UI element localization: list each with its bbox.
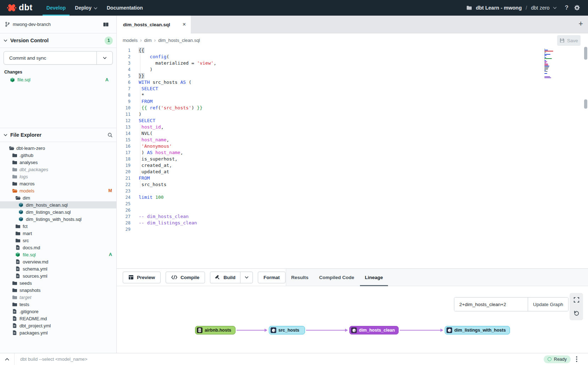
tree-item--github[interactable]: .github	[0, 152, 116, 159]
minimap[interactable]	[544, 49, 554, 79]
code-line[interactable]: 3 materialized = 'view',	[117, 60, 588, 66]
tab-dim-hosts-clean[interactable]: dim_hosts_clean.sql ×	[117, 16, 191, 33]
code-line[interactable]: 28-- dim_listings_clean	[117, 220, 588, 226]
book-icon[interactable]	[103, 22, 109, 27]
tree-item-schema-yml[interactable]: schema.yml	[0, 265, 116, 272]
code-line[interactable]: 2 config(	[117, 54, 588, 60]
command-input[interactable]	[15, 353, 544, 365]
tab-results[interactable]: Results	[291, 269, 309, 286]
tree-item-sources-yml[interactable]: sources.yml	[0, 272, 116, 279]
code-line[interactable]: 17 ) AS host_name,	[117, 149, 588, 156]
scrollbar-thumb[interactable]	[584, 99, 587, 109]
tree-item-dbt-packages[interactable]: dbt_packages	[0, 166, 116, 173]
code-line[interactable]: 15 host_name,	[117, 137, 588, 143]
tree-item-dim-listings-clean-sql[interactable]: dim_listings_clean.sql	[0, 208, 116, 216]
code-line[interactable]: 12SELECT	[117, 118, 588, 124]
code-line[interactable]: 10 {{ ref('src_hosts') }}	[117, 105, 588, 111]
code-line[interactable]: 6WITH src_hosts AS (	[117, 79, 588, 86]
tree-item-dbt-learn-zero[interactable]: dbt-learn-zero	[0, 145, 116, 152]
action-build-button[interactable]: Build	[210, 272, 240, 283]
update-graph-button[interactable]: Update Graph	[528, 298, 568, 311]
gear-icon[interactable]	[574, 5, 580, 11]
lineage-node-src-hosts[interactable]: src_hosts	[269, 326, 305, 334]
code-line[interactable]: 24limit 100	[117, 194, 588, 201]
close-icon[interactable]: ×	[183, 22, 186, 27]
scrollbar-thumb[interactable]	[584, 47, 587, 60]
tree-item-dim[interactable]: dim	[0, 194, 116, 201]
code-line[interactable]: 16 'Anonymous'	[117, 143, 588, 149]
reset-view-icon[interactable]	[573, 310, 579, 316]
action-compile-button[interactable]: Compile	[166, 272, 205, 283]
changed-file-row[interactable]: file.sqlA	[4, 76, 113, 83]
tree-item-logs[interactable]: logs	[0, 173, 116, 180]
code-line[interactable]: 21FROM	[117, 175, 588, 181]
search-icon[interactable]	[107, 132, 113, 138]
save-button[interactable]: Save	[557, 35, 581, 46]
nav-item-deploy[interactable]: Deploy	[70, 0, 102, 16]
tree-item-tests[interactable]: tests	[0, 301, 116, 308]
kebab-menu-icon[interactable]	[576, 356, 577, 362]
build-options-chevron-icon[interactable]	[240, 272, 253, 283]
action-format-button[interactable]: Format	[258, 272, 285, 283]
commit-options-chevron-icon[interactable]	[96, 51, 112, 64]
nav-item-documentation[interactable]: Documentation	[102, 0, 148, 16]
lineage-node-airbnb-hosts[interactable]: airbnb.hosts	[195, 326, 235, 334]
dbt-logo[interactable]: dbt	[6, 2, 33, 13]
version-control-header[interactable]: Version Control 1	[0, 33, 116, 48]
code-line[interactable]: 18 is_superhost,	[117, 156, 588, 162]
tree-item-file-sql[interactable]: file.sqlA	[0, 251, 116, 258]
code-line[interactable]: 20 updated_at	[117, 169, 588, 175]
code-line[interactable]: 1{{	[117, 47, 588, 54]
code-line[interactable]: 8 *	[117, 92, 588, 98]
code-line[interactable]: 23	[117, 188, 588, 194]
chevron-down-icon[interactable]	[553, 7, 557, 9]
tree-item-analyses[interactable]: analyses	[0, 159, 116, 166]
chevron-up-icon[interactable]	[0, 353, 15, 365]
action-preview-button[interactable]: Preview	[123, 272, 161, 283]
tree-item-dbt-project-yml[interactable]: dbt_project.yml	[0, 322, 116, 329]
file-explorer-header[interactable]: File Explorer	[0, 128, 116, 142]
code-line[interactable]: 19 created_at,	[117, 162, 588, 169]
tab-lineage[interactable]: Lineage	[365, 269, 383, 286]
tree-item-docs-md[interactable]: docs.md	[0, 244, 116, 251]
tree-item-dim-listings-with-hosts-sql[interactable]: dim_listings_with_hosts.sql	[0, 216, 116, 223]
tree-item--gitignore[interactable]: .gitignore	[0, 308, 116, 315]
tree-item-macros[interactable]: macros	[0, 180, 116, 187]
tree-item-models[interactable]: modelsM	[0, 187, 116, 194]
tree-item-fct[interactable]: fct	[0, 223, 116, 230]
code-line[interactable]: 25	[117, 201, 588, 207]
tree-item-snapshots[interactable]: snapshots	[0, 287, 116, 294]
code-line[interactable]: 5}}	[117, 73, 588, 79]
new-tab-plus-icon[interactable]: +	[578, 19, 583, 28]
code-line[interactable]: 29	[117, 226, 588, 233]
tree-item-packages-yml[interactable]: packages.yml	[0, 329, 116, 336]
lineage-selector-input[interactable]	[454, 298, 528, 311]
tree-item-overview-md[interactable]: overview.md	[0, 258, 116, 265]
code-line[interactable]: 14 NVL(	[117, 130, 588, 137]
tab-compiled-code[interactable]: Compiled Code	[319, 269, 354, 286]
code-editor[interactable]: 1{{2 config(3 materialized = 'view',4 )5…	[117, 47, 588, 268]
tree-item-src[interactable]: src	[0, 237, 116, 244]
code-line[interactable]: 27-- dim_hosts_clean	[117, 213, 588, 220]
breadcrumb-item[interactable]: dim	[144, 38, 152, 43]
lineage-node-dim-listings-with-hosts[interactable]: dim_listings_with_hosts	[445, 326, 510, 334]
tree-item-readme-md[interactable]: README.md	[0, 315, 116, 322]
code-line[interactable]: 4 )	[117, 66, 588, 73]
breadcrumb-item[interactable]: dim_hosts_clean.sql	[158, 38, 200, 43]
project-name[interactable]: dbt Learn - mwong	[476, 5, 522, 11]
help-icon[interactable]: ?	[565, 4, 568, 11]
tree-item-seeds[interactable]: seeds	[0, 279, 116, 287]
code-line[interactable]: 13 host_id,	[117, 124, 588, 130]
commit-and-sync-button[interactable]: Commit and sync	[4, 51, 113, 65]
lineage-node-dim-hosts-clean[interactable]: dim_hosts_clean	[349, 326, 399, 334]
code-line[interactable]: 11)	[117, 111, 588, 118]
code-line[interactable]: 9 FROM	[117, 98, 588, 105]
tree-item-dim-hosts-clean-sql[interactable]: dim_hosts_clean.sql	[0, 201, 116, 208]
fullscreen-icon[interactable]	[573, 297, 579, 303]
breadcrumb-item[interactable]: models	[123, 38, 138, 43]
code-line[interactable]: 7 SELECT	[117, 86, 588, 92]
code-line[interactable]: 22 src_hosts	[117, 181, 588, 188]
nav-item-develop[interactable]: Develop	[42, 0, 70, 16]
code-line[interactable]: 26	[117, 207, 588, 213]
environment-name[interactable]: dbt zero	[531, 5, 549, 11]
